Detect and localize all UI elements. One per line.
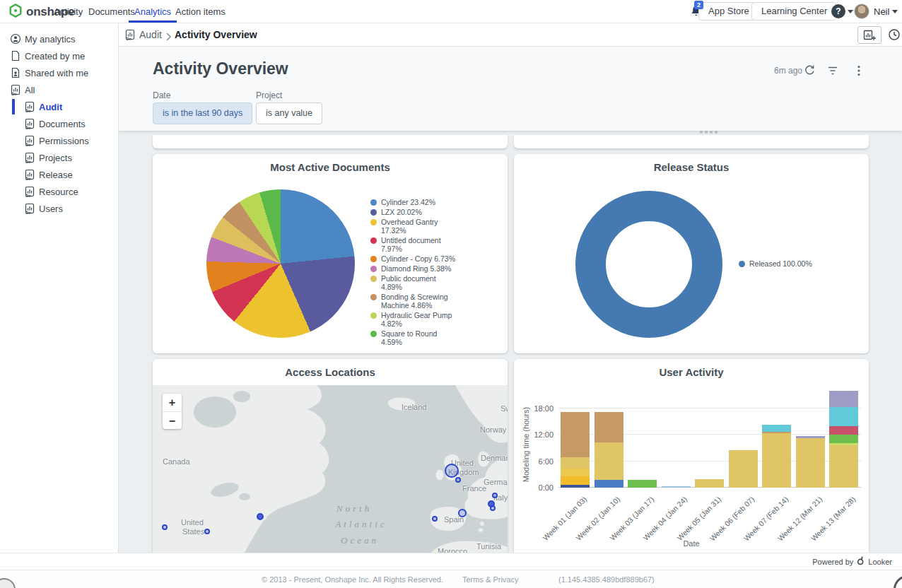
- sidebar-item-my-analytics[interactable]: My analytics: [0, 30, 118, 47]
- legend-swatch: [370, 199, 377, 206]
- stacked-bar-week-07-feb-14-[interactable]: [762, 425, 791, 488]
- legend-item[interactable]: Public document 4.89%: [370, 274, 457, 291]
- map-access-marker[interactable]: [492, 493, 498, 498]
- breadcrumb-parent[interactable]: Audit: [139, 23, 162, 47]
- sidebar-item-shared-with-me[interactable]: Shared with me: [0, 64, 118, 81]
- chart-title: Access Locations: [153, 366, 508, 378]
- legend-item[interactable]: Untitled document 7.97%: [370, 236, 457, 253]
- refresh-icon[interactable]: [804, 64, 816, 77]
- nav-item-action-items[interactable]: Action items: [175, 0, 226, 23]
- sidebar-item-audit[interactable]: OnAudit: [0, 98, 118, 115]
- legend-item[interactable]: Square to Round 4.59%: [370, 329, 457, 346]
- bar-segment: [594, 480, 623, 488]
- legend-swatch: [370, 331, 377, 337]
- y-axis-tick: 0:00: [527, 483, 554, 492]
- world-map[interactable]: + − North Atlantic Ocean IcelandSweNorwa…: [153, 385, 508, 553]
- stacked-bar-week-06-feb-07-[interactable]: [729, 450, 758, 488]
- user-avatar[interactable]: [854, 4, 869, 19]
- active-tab-underline: [129, 20, 177, 23]
- app-store-button[interactable]: App Store: [698, 2, 759, 20]
- map-access-marker[interactable]: [455, 477, 461, 483]
- legend-swatch: [370, 209, 377, 216]
- help-caret-icon[interactable]: [848, 10, 853, 13]
- legend-item[interactable]: Overhead Gantry 17.32%: [370, 218, 457, 235]
- sidebar-item-release[interactable]: OnRelease: [0, 166, 118, 183]
- help-icon[interactable]: ?: [831, 4, 845, 18]
- powered-by-looker[interactable]: Powered by Looker: [812, 556, 892, 567]
- nav-item-documents[interactable]: Documents: [88, 0, 135, 23]
- stacked-bar-week-02-jan-10-[interactable]: [594, 412, 623, 488]
- history-clock-icon[interactable]: [888, 28, 901, 41]
- map-place-label: Iceland: [402, 403, 426, 411]
- bar-segment: [628, 480, 657, 488]
- legend-swatch: [739, 261, 745, 267]
- stacked-bar-week-12-mar-21-[interactable]: [796, 436, 825, 488]
- map-access-marker[interactable]: [204, 529, 210, 534]
- pie-legend: Cylinder 23.42%LZX 20.02%Overhead Gantry…: [370, 198, 457, 348]
- legend-label: Untitled document 7.97%: [381, 236, 457, 253]
- map-access-marker[interactable]: [458, 509, 467, 517]
- zoom-in-button[interactable]: +: [163, 394, 182, 411]
- clipped-axis-label: [700, 131, 720, 134]
- pie-chart[interactable]: [206, 189, 355, 338]
- legend-label: Overhead Gantry 17.32%: [381, 218, 457, 235]
- filter-label-date: Date: [153, 90, 170, 100]
- stacked-bar-week-13-mar-28-[interactable]: [829, 391, 858, 488]
- onshape-logo-icon: [8, 4, 23, 20]
- map-place-label: Tunisia: [476, 542, 501, 551]
- legend-item[interactable]: Released 100.00%: [739, 259, 831, 268]
- svg-text:On: On: [25, 177, 31, 181]
- sidebar-item-label: All: [25, 85, 35, 95]
- sidebar-item-permissions[interactable]: OnPermissions: [0, 132, 118, 149]
- report-icon: On: [24, 203, 35, 214]
- project-filter-chip[interactable]: is any value: [256, 102, 322, 124]
- bar-segment: [762, 433, 791, 488]
- terms-privacy-link[interactable]: Terms & Privacy: [462, 575, 518, 584]
- user-name[interactable]: Neil: [874, 0, 889, 23]
- legend-item[interactable]: Bonding & Screwing Machine 4.86%: [370, 293, 457, 310]
- map-access-marker[interactable]: [162, 524, 168, 530]
- sidebar-item-all[interactable]: OnAll: [0, 81, 118, 98]
- date-filter-chip[interactable]: is in the last 90 days: [153, 102, 252, 124]
- sidebar-item-projects[interactable]: OnProjects: [0, 149, 118, 166]
- card-user-activity: User Activity Modeling time (hours) Week…: [514, 359, 869, 553]
- y-axis-tick: 12:00: [527, 430, 554, 439]
- looker-logo-icon: [856, 556, 865, 567]
- map-access-marker[interactable]: [445, 464, 459, 478]
- legend-item[interactable]: Diamond Ring 5.38%: [370, 264, 457, 273]
- breadcrumb-current: Activity Overview: [175, 23, 257, 47]
- map-place-label: Denmark: [481, 454, 508, 462]
- nav-item-activity[interactable]: Activity: [54, 0, 83, 23]
- add-to-dashboard-button[interactable]: [857, 26, 882, 44]
- stacked-bar-week-05-jan-31-[interactable]: [695, 479, 724, 488]
- stacked-bar-week-04-jan-24-[interactable]: [662, 486, 691, 488]
- map-access-marker[interactable]: [432, 516, 438, 522]
- bar-segment: [829, 445, 858, 488]
- map-access-marker[interactable]: [257, 513, 264, 520]
- filter-icon[interactable]: [827, 66, 840, 78]
- learning-center-button[interactable]: Learning Center: [751, 2, 837, 20]
- donut-chart[interactable]: [575, 191, 722, 338]
- sidebar-item-documents[interactable]: OnDocuments: [0, 115, 118, 132]
- legend-label: Diamond Ring 5.38%: [381, 264, 451, 273]
- user-menu-caret-icon[interactable]: [892, 10, 898, 13]
- sidebar-item-users[interactable]: OnUsers: [0, 200, 118, 217]
- bar-segment: [695, 479, 724, 488]
- card-release-status: Release Status Released 100.00%: [514, 154, 869, 353]
- powered-by-text: Powered by: [812, 558, 853, 566]
- map-access-marker[interactable]: [490, 505, 496, 511]
- legend-item[interactable]: LZX 20.02%: [370, 208, 457, 216]
- bar-segment: [561, 457, 590, 469]
- legend-item[interactable]: Hydraulic Gear Pump 4.82%: [370, 311, 457, 328]
- report-icon: On: [24, 118, 35, 129]
- map-place-label: Canada: [163, 457, 190, 466]
- kebab-menu-icon[interactable]: [853, 64, 866, 77]
- legend-item[interactable]: Cylinder - Copy 6.73%: [370, 254, 457, 263]
- zoom-out-button[interactable]: −: [163, 411, 182, 429]
- legend-item[interactable]: Cylinder 23.42%: [370, 198, 457, 206]
- stacked-bar-week-03-jan-17-[interactable]: [628, 480, 657, 488]
- sidebar-item-created-by-me[interactable]: Created by me: [0, 47, 118, 64]
- sidebar-item-resource[interactable]: OnResource: [0, 183, 118, 200]
- stacked-bar-week-01-jan-03-[interactable]: [561, 412, 590, 488]
- bar-segment: [762, 425, 791, 432]
